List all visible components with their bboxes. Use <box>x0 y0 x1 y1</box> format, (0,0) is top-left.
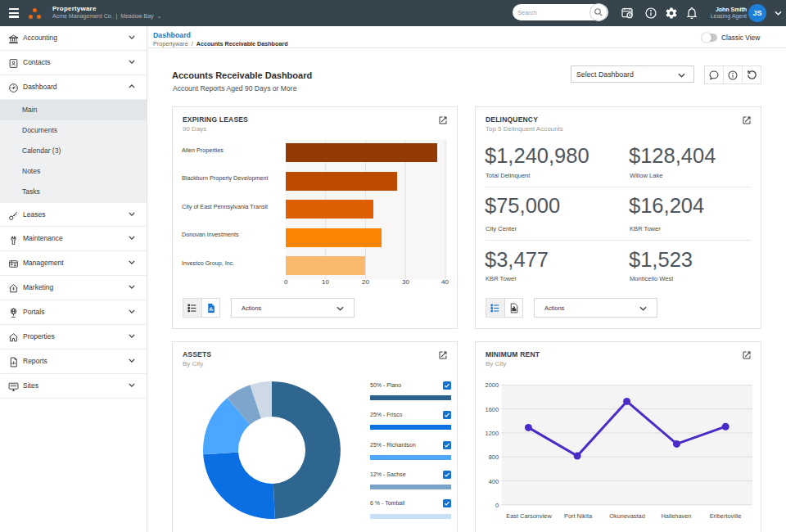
svg-text:0: 0 <box>495 502 499 509</box>
svg-text:Okunevastad: Okunevastad <box>609 512 645 520</box>
svg-text:Hallehaven: Hallehaven <box>662 512 692 520</box>
svg-text:1600: 1600 <box>486 406 499 413</box>
svg-text:800: 800 <box>489 453 499 461</box>
svg-text:2000: 2000 <box>486 381 499 389</box>
svg-text:Port Nikita: Port Nikita <box>564 512 593 520</box>
svg-text:1200: 1200 <box>486 430 499 437</box>
svg-text:Eribertoville: Eribertoville <box>710 512 742 520</box>
svg-text:East Carsonview: East Carsonview <box>506 512 552 520</box>
svg-text:400: 400 <box>489 478 499 485</box>
